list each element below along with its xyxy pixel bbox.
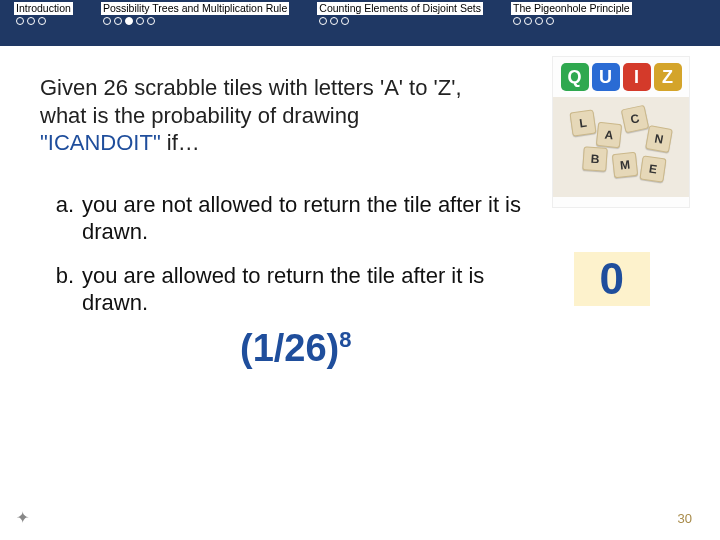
nav-section-possibility-trees[interactable]: Possibility Trees and Multiplication Rul…	[87, 2, 303, 25]
nav-title: The Pigeonhole Principle	[511, 2, 632, 15]
question-text: Given 26 scrabble tiles with letters 'A'…	[40, 74, 540, 157]
question-suffix: if…	[161, 130, 200, 155]
nav-title: Counting Elements of Disjoint Sets	[317, 2, 483, 15]
question-highlight: "ICANDOIT"	[40, 130, 161, 155]
nav-dots	[317, 17, 349, 25]
answer-b-base: (1/26)	[240, 327, 339, 369]
corner-decoration-icon: ✦	[14, 510, 30, 526]
nav-section-pigeonhole[interactable]: The Pigeonhole Principle	[497, 2, 646, 25]
page-number: 30	[678, 511, 692, 526]
option-b-label: b.	[40, 262, 82, 317]
question-line1: Given 26 scrabble tiles with letters 'A'…	[40, 75, 462, 100]
nav-section-counting-disjoint[interactable]: Counting Elements of Disjoint Sets	[303, 2, 497, 25]
nav-section-introduction[interactable]: Introduction	[0, 2, 87, 25]
answer-b: (1/26)8	[240, 327, 680, 370]
slide-content: Given 26 scrabble tiles with letters 'A'…	[0, 46, 720, 370]
nav-dots	[14, 17, 46, 25]
nav-title: Possibility Trees and Multiplication Rul…	[101, 2, 289, 15]
question-line2: what is the probability of drawing	[40, 103, 359, 128]
answer-b-exponent: 8	[339, 327, 351, 352]
nav-dots	[511, 17, 554, 25]
option-a-text: you are not allowed to return the tile a…	[82, 191, 540, 246]
top-nav: Introduction Possibility Trees and Multi…	[0, 0, 720, 46]
option-b: b. you are allowed to return the tile af…	[40, 262, 540, 317]
nav-title: Introduction	[14, 2, 73, 15]
option-b-text: you are allowed to return the tile after…	[82, 262, 540, 317]
answer-a: 0	[574, 252, 650, 306]
option-a-label: a.	[40, 191, 82, 246]
option-a: a. you are not allowed to return the til…	[40, 191, 540, 246]
nav-dots	[101, 17, 155, 25]
